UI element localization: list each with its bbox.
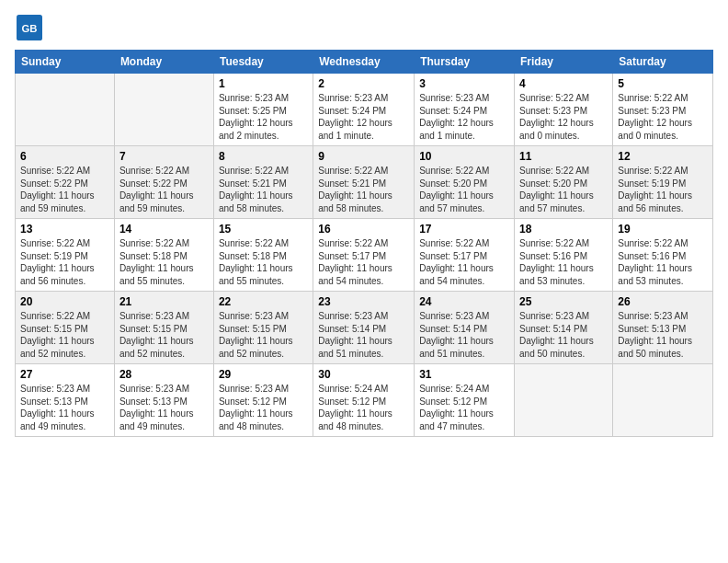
calendar-cell: 14Sunrise: 5:22 AMSunset: 5:18 PMDayligh…	[114, 219, 213, 292]
sunrise-text: Sunrise: 5:24 AM	[419, 383, 509, 396]
daylight-text: Daylight: 12 hours and 0 minutes.	[519, 117, 608, 142]
cell-date-number: 20	[20, 295, 109, 308]
daylight-text: Daylight: 11 hours and 59 minutes.	[119, 190, 209, 214]
day-header-thursday: Thursday	[415, 51, 515, 74]
sunset-text: Sunset: 5:12 PM	[219, 396, 308, 408]
sunset-text: Sunset: 5:14 PM	[318, 323, 409, 336]
page: GB SundayMondayTuesdayWednesdayThursdayF…	[0, 0, 728, 563]
daylight-text: Daylight: 12 hours and 1 minute.	[318, 117, 409, 142]
sunset-text: Sunset: 5:24 PM	[318, 105, 409, 118]
sunset-text: Sunset: 5:15 PM	[20, 323, 109, 336]
cell-info: Sunrise: 5:22 AMSunset: 5:15 PMDaylight:…	[20, 310, 109, 360]
day-header-monday: Monday	[114, 51, 213, 74]
calendar-cell: 31Sunrise: 5:24 AMSunset: 5:12 PMDayligh…	[415, 364, 515, 437]
cell-info: Sunrise: 5:22 AMSunset: 5:16 PMDaylight:…	[519, 237, 608, 287]
cell-info: Sunrise: 5:23 AMSunset: 5:13 PMDaylight:…	[618, 310, 708, 360]
calendar-cell: 12Sunrise: 5:22 AMSunset: 5:19 PMDayligh…	[613, 146, 713, 219]
day-header-sunday: Sunday	[16, 51, 115, 74]
cell-date-number: 17	[419, 223, 509, 236]
sunrise-text: Sunrise: 5:23 AM	[419, 92, 509, 105]
cell-info: Sunrise: 5:22 AMSunset: 5:19 PMDaylight:…	[20, 237, 109, 287]
cell-info: Sunrise: 5:23 AMSunset: 5:13 PMDaylight:…	[119, 383, 209, 432]
cell-date-number: 28	[119, 368, 209, 381]
cell-date-number: 22	[219, 295, 308, 308]
daylight-text: Daylight: 12 hours and 1 minute.	[419, 117, 509, 142]
daylight-text: Daylight: 11 hours and 57 minutes.	[419, 190, 509, 214]
daylight-text: Daylight: 11 hours and 49 minutes.	[119, 408, 209, 432]
calendar-cell: 21Sunrise: 5:23 AMSunset: 5:15 PMDayligh…	[114, 292, 213, 364]
sunrise-text: Sunrise: 5:22 AM	[20, 165, 109, 178]
daylight-text: Daylight: 11 hours and 56 minutes.	[20, 262, 109, 287]
calendar-cell: 22Sunrise: 5:23 AMSunset: 5:15 PMDayligh…	[213, 292, 313, 364]
cell-date-number: 12	[618, 150, 708, 163]
cell-info: Sunrise: 5:24 AMSunset: 5:12 PMDaylight:…	[318, 383, 409, 432]
sunrise-text: Sunrise: 5:23 AM	[318, 310, 409, 323]
calendar-cell: 17Sunrise: 5:22 AMSunset: 5:17 PMDayligh…	[415, 219, 515, 292]
calendar-cell: 19Sunrise: 5:22 AMSunset: 5:16 PMDayligh…	[613, 219, 713, 292]
calendar-header-row: SundayMondayTuesdayWednesdayThursdayFrid…	[16, 51, 713, 74]
logo-icon: GB	[17, 15, 42, 40]
cell-info: Sunrise: 5:23 AMSunset: 5:15 PMDaylight:…	[119, 310, 209, 360]
sunset-text: Sunset: 5:22 PM	[119, 178, 209, 190]
calendar-cell: 16Sunrise: 5:22 AMSunset: 5:17 PMDayligh…	[313, 219, 415, 292]
daylight-text: Daylight: 11 hours and 52 minutes.	[20, 335, 109, 360]
sunset-text: Sunset: 5:15 PM	[119, 323, 209, 336]
sunrise-text: Sunrise: 5:22 AM	[419, 165, 509, 178]
sunset-text: Sunset: 5:13 PM	[119, 396, 209, 408]
cell-info: Sunrise: 5:23 AMSunset: 5:14 PMDaylight:…	[318, 310, 409, 360]
sunrise-text: Sunrise: 5:22 AM	[219, 165, 308, 178]
cell-info: Sunrise: 5:23 AMSunset: 5:13 PMDaylight:…	[20, 383, 109, 432]
sunrise-text: Sunrise: 5:22 AM	[519, 165, 608, 178]
sunset-text: Sunset: 5:24 PM	[419, 105, 509, 118]
calendar-cell: 9Sunrise: 5:22 AMSunset: 5:21 PMDaylight…	[313, 146, 415, 219]
calendar-cell: 25Sunrise: 5:23 AMSunset: 5:14 PMDayligh…	[515, 292, 613, 364]
cell-date-number: 27	[20, 368, 109, 381]
sunset-text: Sunset: 5:16 PM	[618, 250, 708, 263]
daylight-text: Daylight: 11 hours and 53 minutes.	[618, 262, 708, 287]
cell-info: Sunrise: 5:22 AMSunset: 5:23 PMDaylight:…	[618, 92, 708, 142]
daylight-text: Daylight: 11 hours and 50 minutes.	[519, 335, 608, 360]
cell-info: Sunrise: 5:22 AMSunset: 5:18 PMDaylight:…	[119, 237, 209, 287]
sunset-text: Sunset: 5:19 PM	[20, 250, 109, 263]
calendar-cell: 28Sunrise: 5:23 AMSunset: 5:13 PMDayligh…	[114, 364, 213, 437]
cell-info: Sunrise: 5:22 AMSunset: 5:17 PMDaylight:…	[419, 237, 509, 287]
calendar-cell: 5Sunrise: 5:22 AMSunset: 5:23 PMDaylight…	[613, 74, 713, 146]
daylight-text: Daylight: 11 hours and 59 minutes.	[20, 190, 109, 214]
cell-date-number: 6	[20, 150, 109, 163]
day-header-friday: Friday	[515, 51, 613, 74]
daylight-text: Daylight: 11 hours and 52 minutes.	[219, 335, 308, 360]
calendar-cell: 1Sunrise: 5:23 AMSunset: 5:25 PMDaylight…	[213, 74, 313, 146]
sunset-text: Sunset: 5:18 PM	[219, 250, 308, 263]
sunset-text: Sunset: 5:22 PM	[20, 178, 109, 190]
sunset-text: Sunset: 5:12 PM	[419, 396, 509, 408]
cell-date-number: 21	[119, 295, 209, 308]
sunrise-text: Sunrise: 5:22 AM	[119, 237, 209, 250]
cell-info: Sunrise: 5:22 AMSunset: 5:19 PMDaylight:…	[618, 165, 708, 214]
daylight-text: Daylight: 11 hours and 49 minutes.	[20, 408, 109, 432]
calendar-cell	[613, 364, 713, 437]
cell-date-number: 8	[219, 150, 308, 163]
sunrise-text: Sunrise: 5:22 AM	[219, 237, 308, 250]
cell-info: Sunrise: 5:22 AMSunset: 5:22 PMDaylight:…	[119, 165, 209, 214]
calendar-table: SundayMondayTuesdayWednesdayThursdayFrid…	[15, 50, 713, 437]
sunset-text: Sunset: 5:20 PM	[419, 178, 509, 190]
daylight-text: Daylight: 11 hours and 47 minutes.	[419, 408, 509, 432]
cell-date-number: 9	[318, 150, 409, 163]
cell-info: Sunrise: 5:22 AMSunset: 5:20 PMDaylight:…	[419, 165, 509, 214]
sunset-text: Sunset: 5:17 PM	[318, 250, 409, 263]
sunrise-text: Sunrise: 5:22 AM	[20, 237, 109, 250]
sunset-text: Sunset: 5:25 PM	[219, 105, 308, 118]
sunrise-text: Sunrise: 5:22 AM	[419, 237, 509, 250]
calendar-cell: 4Sunrise: 5:22 AMSunset: 5:23 PMDaylight…	[515, 74, 613, 146]
calendar-cell: 23Sunrise: 5:23 AMSunset: 5:14 PMDayligh…	[313, 292, 415, 364]
header: GB	[15, 15, 713, 44]
calendar-cell	[16, 74, 115, 146]
sunset-text: Sunset: 5:17 PM	[419, 250, 509, 263]
sunrise-text: Sunrise: 5:22 AM	[618, 237, 708, 250]
daylight-text: Daylight: 11 hours and 50 minutes.	[618, 335, 708, 360]
daylight-text: Daylight: 11 hours and 57 minutes.	[519, 190, 608, 214]
cell-date-number: 31	[419, 368, 509, 381]
sunrise-text: Sunrise: 5:23 AM	[20, 383, 109, 396]
sunrise-text: Sunrise: 5:24 AM	[318, 383, 409, 396]
sunrise-text: Sunrise: 5:23 AM	[318, 92, 409, 105]
